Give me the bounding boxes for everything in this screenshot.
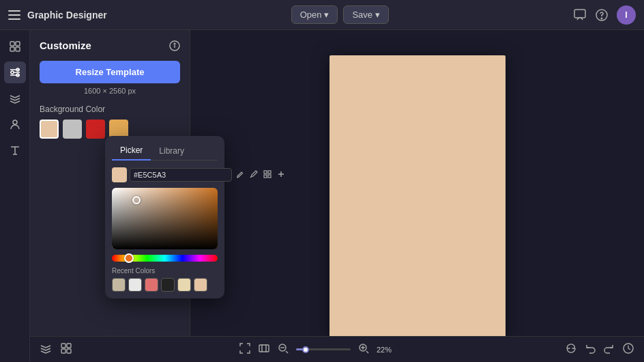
- grid-icon[interactable]: [262, 169, 273, 182]
- color-swatch-1[interactable]: [40, 120, 59, 139]
- color-swatch-3[interactable]: [86, 120, 105, 139]
- sidebar-item-layers[interactable]: [4, 87, 26, 109]
- refresh-button[interactable]: [565, 342, 577, 357]
- gradient-color-box[interactable]: [112, 188, 218, 249]
- sidebar-item-people[interactable]: [4, 113, 26, 135]
- info-button[interactable]: [169, 40, 180, 51]
- svg-rect-3: [574, 10, 585, 18]
- picker-input-row: [112, 167, 218, 182]
- grid-view-button[interactable]: [60, 342, 72, 357]
- svg-rect-32: [61, 349, 65, 353]
- recent-swatch-2[interactable]: [128, 278, 142, 292]
- icon-sidebar: [0, 30, 30, 362]
- color-swatch-2[interactable]: [63, 120, 82, 139]
- recent-swatch-1[interactable]: [112, 278, 126, 292]
- topbar-center: Open ▾ Save ▾: [291, 5, 389, 24]
- recent-swatch-3[interactable]: [145, 278, 158, 292]
- zoom-label: 22%: [377, 346, 398, 354]
- hex-input[interactable]: [130, 168, 232, 182]
- app-title: Graphic Designer: [27, 10, 107, 20]
- svg-rect-0: [8, 10, 20, 12]
- picker-tabs: Picker Library: [112, 143, 218, 161]
- hue-slider-thumb[interactable]: [124, 253, 134, 263]
- svg-rect-26: [264, 175, 267, 178]
- svg-line-23: [250, 176, 252, 178]
- canvas-area: [190, 30, 644, 362]
- bg-color-label: Background Color: [40, 105, 180, 114]
- panel-header: Customize: [40, 40, 180, 51]
- bottombar-left: [40, 342, 72, 357]
- recent-colors-label: Recent Colors: [112, 267, 218, 275]
- user-avatar[interactable]: I: [617, 5, 636, 25]
- svg-rect-27: [268, 175, 271, 178]
- zoom-in-button[interactable]: [357, 342, 370, 357]
- eyedropper-icon[interactable]: [248, 169, 259, 182]
- chevron-down-icon: ▾: [324, 10, 329, 20]
- size-label: 1600 × 2560 px: [40, 87, 180, 95]
- tab-picker[interactable]: Picker: [112, 143, 151, 161]
- svg-rect-1: [8, 14, 20, 16]
- gradient-cursor[interactable]: [132, 196, 141, 204]
- svg-rect-7: [16, 42, 20, 46]
- sidebar-item-customize[interactable]: [4, 61, 26, 83]
- layers-button[interactable]: [40, 342, 52, 357]
- recent-swatch-5[interactable]: [177, 278, 191, 292]
- zoom-out-button[interactable]: [277, 342, 289, 357]
- customize-panel: Customize Resize Template 1600 × 2560 px…: [30, 30, 190, 362]
- topbar-right: I: [573, 5, 636, 25]
- svg-rect-33: [67, 349, 71, 353]
- topbar-left: Graphic Designer: [8, 10, 107, 20]
- zoom-bar: [296, 348, 351, 350]
- svg-rect-31: [67, 344, 71, 348]
- undo-button[interactable]: [584, 342, 596, 357]
- resize-button[interactable]: [258, 342, 270, 357]
- recent-swatch-4[interactable]: [161, 278, 175, 292]
- recent-swatch-6[interactable]: [194, 278, 207, 292]
- zoom-track[interactable]: [296, 348, 351, 350]
- bottombar-right: [565, 342, 634, 357]
- svg-rect-8: [10, 47, 14, 51]
- svg-line-37: [286, 351, 288, 353]
- redo-button[interactable]: [603, 342, 615, 357]
- chevron-down-icon: ▾: [375, 10, 380, 20]
- canvas-document: [330, 55, 506, 337]
- edit-icon[interactable]: [235, 169, 246, 182]
- color-picker-popup: Picker Library: [105, 136, 224, 298]
- hamburger-menu-button[interactable]: [8, 10, 20, 20]
- color-preview: [112, 167, 127, 182]
- sidebar-item-menu[interactable]: [4, 36, 26, 57]
- sidebar-item-text[interactable]: [4, 139, 26, 161]
- svg-rect-25: [268, 171, 271, 173]
- svg-rect-9: [16, 47, 20, 51]
- panel-title: Customize: [40, 40, 91, 51]
- svg-rect-30: [61, 344, 65, 348]
- recent-colors: [112, 278, 218, 292]
- fit-view-button[interactable]: [239, 342, 251, 357]
- svg-point-22: [174, 43, 175, 44]
- svg-rect-2: [8, 18, 20, 20]
- open-button[interactable]: Open ▾: [291, 5, 338, 24]
- svg-rect-6: [10, 42, 14, 46]
- bottombar: 22%: [30, 336, 644, 362]
- history-button[interactable]: [622, 342, 634, 357]
- svg-rect-24: [264, 171, 267, 173]
- hue-slider-wrap: [112, 255, 218, 262]
- help-icon[interactable]: [595, 8, 609, 22]
- tab-library[interactable]: Library: [151, 143, 192, 160]
- main-layout: Customize Resize Template 1600 × 2560 px…: [0, 30, 644, 362]
- svg-point-5: [601, 18, 602, 19]
- zoom-thumb[interactable]: [302, 346, 309, 353]
- comment-icon[interactable]: [573, 8, 587, 22]
- save-button[interactable]: Save ▾: [343, 5, 389, 24]
- svg-line-41: [366, 351, 368, 353]
- svg-rect-34: [259, 345, 269, 352]
- resize-template-button[interactable]: Resize Template: [40, 61, 180, 83]
- topbar: Graphic Designer Open ▾ Save ▾ I: [0, 0, 644, 30]
- add-icon[interactable]: [276, 169, 287, 182]
- svg-point-10: [11, 71, 14, 74]
- svg-point-19: [13, 120, 17, 124]
- bottombar-center: 22%: [239, 342, 398, 357]
